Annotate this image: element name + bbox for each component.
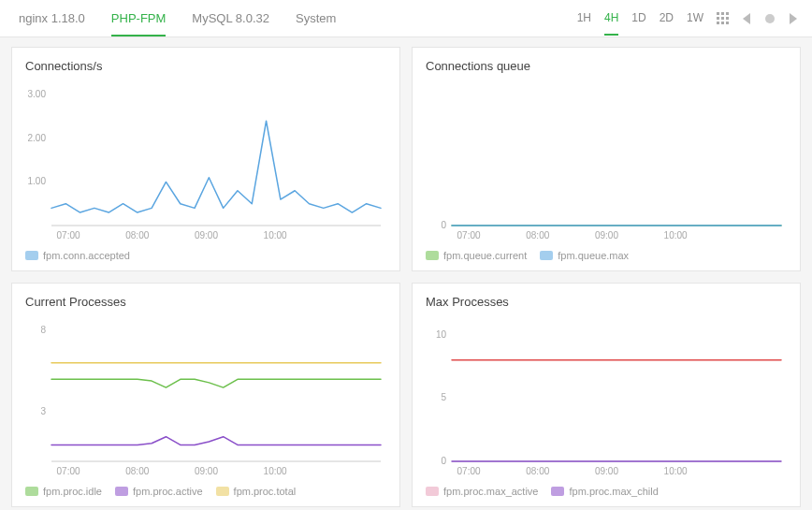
legend-swatch-icon (115, 487, 128, 496)
legend-item[interactable]: fpm.queue.current (426, 250, 527, 261)
legend-item[interactable]: fpm.proc.max_child (551, 486, 658, 497)
svg-text:08:00: 08:00 (125, 466, 149, 476)
svg-text:09:00: 09:00 (195, 466, 218, 476)
svg-rect-6 (717, 22, 719, 24)
chart-connections[interactable]: 1.002.003.0007:0008:0009:0010:00 (25, 80, 386, 242)
svg-point-10 (765, 14, 775, 23)
svg-text:10:00: 10:00 (264, 466, 287, 476)
chart-current-proc[interactable]: 3807:0008:0009:0010:00 (25, 316, 386, 478)
timerange-1w[interactable]: 1W (687, 1, 703, 36)
timerange-1d[interactable]: 1D (631, 1, 645, 36)
legend: fpm.conn.accepted (25, 250, 386, 261)
chart-queue[interactable]: 007:0008:0009:0010:00 (426, 80, 787, 242)
timerange-4h[interactable]: 4H (604, 1, 618, 36)
legend-label: fpm.queue.current (443, 250, 527, 261)
legend-swatch-icon (426, 251, 439, 260)
svg-rect-5 (726, 17, 729, 20)
svg-rect-2 (726, 12, 729, 15)
svg-text:5: 5 (441, 392, 446, 402)
legend-swatch-icon (216, 487, 229, 496)
tab-nginx[interactable]: nginx 1.18.0 (19, 1, 85, 36)
tab-system[interactable]: System (296, 1, 336, 36)
topbar: nginx 1.18.0 PHP-FPM MySQL 8.0.32 System… (0, 0, 812, 37)
legend-swatch-icon (551, 487, 564, 496)
tab-list: nginx 1.18.0 PHP-FPM MySQL 8.0.32 System (19, 1, 336, 36)
panel-connections-per-sec: Connections/s 1.002.003.0007:0008:0009:0… (11, 47, 400, 271)
legend-item[interactable]: fpm.proc.idle (25, 486, 102, 497)
legend-label: fpm.proc.max_child (569, 486, 658, 497)
legend-item[interactable]: fpm.proc.max_active (426, 486, 538, 497)
timerange-2d[interactable]: 2D (660, 1, 674, 36)
legend-label: fpm.proc.max_active (443, 486, 538, 497)
next-icon[interactable] (788, 13, 797, 24)
svg-text:08:00: 08:00 (526, 230, 549, 240)
legend-item[interactable]: fpm.proc.total (216, 486, 297, 497)
legend: fpm.proc.max_activefpm.proc.max_child (426, 486, 787, 497)
legend-label: fpm.proc.idle (43, 486, 102, 497)
tab-php-fpm[interactable]: PHP-FPM (111, 1, 167, 36)
svg-text:07:00: 07:00 (57, 466, 80, 476)
svg-rect-0 (717, 12, 719, 15)
grid-icon[interactable] (717, 12, 730, 25)
legend-swatch-icon (25, 487, 38, 496)
legend-swatch-icon (540, 251, 553, 260)
legend-swatch-icon (426, 487, 439, 496)
chart-max-proc[interactable]: 051007:0008:0009:0010:00 (426, 316, 787, 478)
timerange-controls: 1H 4H 1D 2D 1W (577, 1, 797, 36)
svg-rect-4 (721, 17, 724, 20)
svg-rect-3 (717, 17, 719, 20)
svg-text:10: 10 (436, 329, 447, 340)
legend-label: fpm.conn.accepted (43, 250, 130, 261)
legend-label: fpm.proc.total (234, 486, 297, 497)
svg-text:09:00: 09:00 (595, 230, 618, 240)
svg-text:3: 3 (40, 406, 46, 416)
legend-swatch-icon (25, 251, 38, 260)
legend-item[interactable]: fpm.conn.accepted (25, 250, 130, 261)
svg-text:2.00: 2.00 (28, 133, 47, 143)
prev-icon[interactable] (743, 13, 752, 24)
svg-text:07:00: 07:00 (457, 230, 481, 240)
panel-title: Connections queue (426, 59, 787, 73)
svg-rect-1 (721, 12, 724, 15)
svg-marker-9 (743, 13, 750, 24)
svg-text:08:00: 08:00 (526, 466, 549, 476)
svg-text:0: 0 (441, 220, 446, 230)
svg-text:10:00: 10:00 (664, 230, 688, 240)
svg-text:0: 0 (441, 456, 446, 466)
svg-rect-7 (721, 22, 724, 24)
legend: fpm.proc.idlefpm.proc.activefpm.proc.tot… (25, 486, 386, 497)
svg-text:07:00: 07:00 (457, 466, 481, 476)
svg-rect-8 (726, 22, 729, 24)
panel-title: Connections/s (25, 59, 386, 73)
svg-marker-11 (790, 13, 797, 24)
legend-label: fpm.proc.active (133, 486, 203, 497)
panel-title: Current Processes (25, 295, 386, 309)
legend-label: fpm.queue.max (558, 250, 629, 261)
tab-mysql[interactable]: MySQL 8.0.32 (192, 1, 269, 36)
legend-item[interactable]: fpm.proc.active (115, 486, 203, 497)
legend-item[interactable]: fpm.queue.max (540, 250, 629, 261)
svg-text:07:00: 07:00 (57, 230, 80, 240)
svg-text:3.00: 3.00 (28, 89, 47, 99)
live-dot-icon[interactable] (765, 14, 775, 23)
panel-title: Max Processes (426, 295, 787, 309)
svg-text:10:00: 10:00 (264, 230, 287, 240)
panel-max-processes: Max Processes 051007:0008:0009:0010:00 f… (412, 283, 801, 507)
dashboard-grid: Connections/s 1.002.003.0007:0008:0009:0… (0, 37, 812, 510)
svg-text:1.00: 1.00 (28, 176, 47, 186)
svg-text:08:00: 08:00 (125, 230, 149, 240)
svg-text:09:00: 09:00 (595, 466, 618, 476)
timerange-1h[interactable]: 1H (577, 1, 591, 36)
panel-current-processes: Current Processes 3807:0008:0009:0010:00… (11, 283, 400, 507)
svg-text:09:00: 09:00 (195, 230, 218, 240)
panel-connections-queue: Connections queue 007:0008:0009:0010:00 … (412, 47, 801, 271)
svg-text:10:00: 10:00 (664, 466, 688, 476)
svg-text:8: 8 (40, 325, 46, 335)
legend: fpm.queue.currentfpm.queue.max (426, 250, 787, 261)
